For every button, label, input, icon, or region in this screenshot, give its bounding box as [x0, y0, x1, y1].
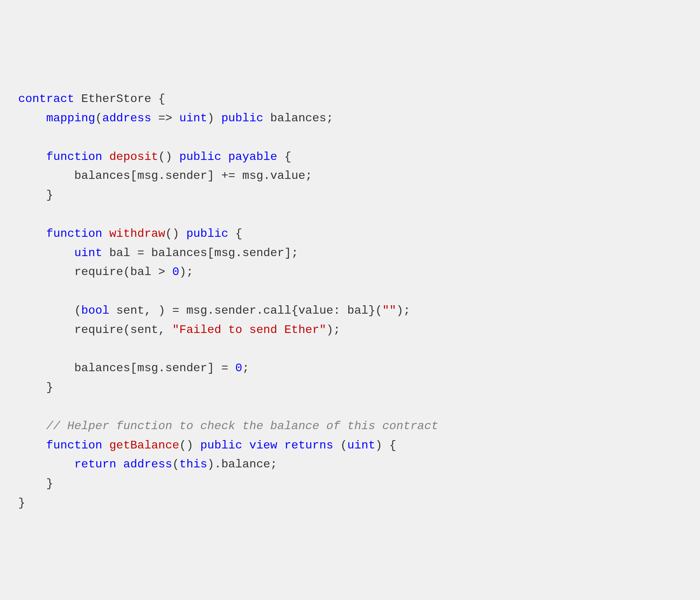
- text: bal = balances[msg.sender];: [102, 246, 298, 260]
- text: balances;: [263, 111, 333, 125]
- code-line-2: mapping(address => uint) public balances…: [18, 111, 333, 125]
- indent: [18, 458, 74, 471]
- text: (): [158, 150, 179, 164]
- code-line-22: }: [18, 496, 25, 510]
- keyword-public: public: [200, 439, 242, 452]
- text: ).balance;: [207, 458, 277, 471]
- keyword-mapping: mapping: [46, 111, 95, 125]
- text: (: [18, 304, 81, 317]
- text: ;: [242, 361, 249, 375]
- text: {: [277, 150, 291, 164]
- text: }: [18, 496, 25, 510]
- text: (: [333, 439, 347, 452]
- code-line-12: (bool sent, ) = msg.sender.call{value: b…: [18, 304, 410, 317]
- keyword-return: return: [74, 458, 116, 471]
- type-uint: uint: [179, 111, 207, 125]
- comment-helper: // Helper function to check the balance …: [46, 419, 438, 433]
- text: [116, 458, 123, 471]
- text: );: [396, 304, 410, 317]
- text: sent, ) = msg.sender.call{value: bal}(: [109, 304, 382, 317]
- code-line-20: return address(this).balance;: [18, 458, 277, 471]
- indent: [18, 419, 46, 433]
- type-uint: uint: [74, 246, 102, 260]
- keyword-returns: returns: [284, 439, 333, 452]
- code-line-10: require(bal > 0);: [18, 265, 193, 279]
- type-address: address: [102, 111, 151, 125]
- text: );: [326, 323, 340, 337]
- text: (): [165, 227, 186, 240]
- number-zero: 0: [172, 265, 179, 279]
- code-line-9: uint bal = balances[msg.sender];: [18, 246, 298, 260]
- keyword-public: public: [221, 111, 263, 125]
- code-line-1: contract EtherStore {: [18, 92, 165, 106]
- code-line-16: }: [18, 381, 53, 394]
- keyword-function: function: [46, 150, 102, 164]
- string-empty: "": [382, 304, 396, 317]
- code-line-4: function deposit() public payable {: [18, 150, 291, 164]
- keyword-public: public: [179, 150, 221, 164]
- text: }: [18, 477, 53, 490]
- indent: [18, 439, 46, 452]
- keyword-this: this: [179, 458, 207, 471]
- type-address: address: [123, 458, 172, 471]
- function-deposit: deposit: [109, 150, 158, 164]
- text: }: [18, 188, 53, 202]
- text: (): [179, 439, 201, 452]
- text: (: [95, 111, 102, 125]
- text: );: [179, 265, 193, 279]
- indent: [18, 150, 46, 164]
- indent: [18, 246, 74, 260]
- keyword-view: view: [249, 439, 277, 452]
- keyword-contract: contract: [18, 92, 74, 106]
- code-line-19: function getBalance() public view return…: [18, 439, 396, 452]
- text: ): [207, 111, 221, 125]
- text: [102, 227, 109, 240]
- text: [277, 439, 284, 452]
- text: (: [172, 458, 179, 471]
- code-block: contract EtherStore { mapping(address =>…: [18, 90, 682, 513]
- code-line-6: }: [18, 188, 53, 202]
- code-line-13: require(sent, "Failed to send Ether");: [18, 323, 340, 337]
- text: require(bal >: [18, 265, 172, 279]
- code-line-18: // Helper function to check the balance …: [18, 419, 438, 433]
- indent: [18, 111, 46, 125]
- text: require(sent,: [18, 323, 172, 337]
- type-uint: uint: [347, 439, 376, 452]
- text: balances[msg.sender] += msg.value;: [18, 169, 312, 183]
- text: [102, 439, 109, 452]
- text: ) {: [375, 439, 396, 452]
- text: balances[msg.sender] =: [18, 361, 235, 375]
- type-bool: bool: [81, 304, 109, 317]
- text: [242, 439, 249, 452]
- text: EtherStore {: [74, 92, 166, 106]
- function-getbalance: getBalance: [109, 439, 179, 452]
- keyword-function: function: [46, 227, 102, 240]
- keyword-function: function: [46, 439, 102, 452]
- code-line-8: function withdraw() public {: [18, 227, 242, 240]
- text: [221, 150, 228, 164]
- keyword-payable: payable: [228, 150, 277, 164]
- code-line-21: }: [18, 477, 53, 490]
- keyword-public: public: [186, 227, 228, 240]
- text: =>: [151, 111, 179, 125]
- function-withdraw: withdraw: [109, 227, 166, 240]
- string-error: "Failed to send Ether": [172, 323, 326, 337]
- text: }: [18, 381, 53, 394]
- indent: [18, 227, 46, 240]
- code-line-15: balances[msg.sender] = 0;: [18, 361, 249, 375]
- code-line-5: balances[msg.sender] += msg.value;: [18, 169, 312, 183]
- number-zero: 0: [235, 361, 242, 375]
- text: {: [228, 227, 242, 240]
- text: [102, 150, 109, 164]
